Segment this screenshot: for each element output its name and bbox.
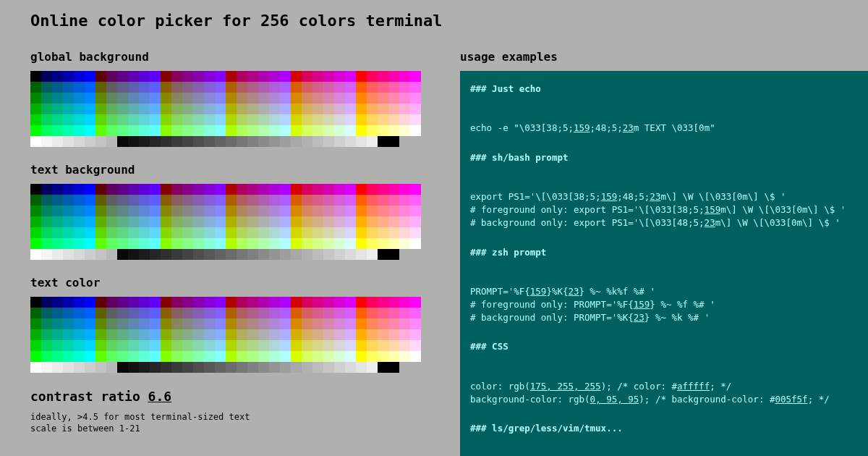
color-swatch[interactable] xyxy=(323,195,334,206)
color-swatch[interactable] xyxy=(182,351,193,362)
color-swatch[interactable] xyxy=(95,216,106,227)
color-swatch[interactable] xyxy=(269,104,280,114)
color-swatch[interactable] xyxy=(74,104,85,114)
color-swatch[interactable] xyxy=(258,329,269,340)
color-swatch[interactable] xyxy=(41,249,52,260)
color-swatch[interactable] xyxy=(247,104,258,114)
color-swatch[interactable] xyxy=(237,71,247,82)
color-swatch[interactable] xyxy=(247,184,258,195)
color-swatch[interactable] xyxy=(280,249,291,260)
color-swatch[interactable] xyxy=(356,351,367,362)
color-swatch[interactable] xyxy=(204,340,215,351)
color-swatch[interactable] xyxy=(52,340,63,351)
color-swatch[interactable] xyxy=(378,227,388,238)
color-swatch[interactable] xyxy=(85,249,95,260)
color-swatch[interactable] xyxy=(117,238,128,249)
color-swatch[interactable] xyxy=(150,340,161,351)
color-swatch[interactable] xyxy=(52,329,63,340)
color-swatch[interactable] xyxy=(356,227,367,238)
color-swatch[interactable] xyxy=(378,71,388,82)
color-swatch[interactable] xyxy=(161,136,171,147)
color-swatch[interactable] xyxy=(74,238,85,249)
color-swatch[interactable] xyxy=(41,227,52,238)
color-swatch[interactable] xyxy=(410,104,421,114)
color-swatch[interactable] xyxy=(399,114,410,125)
color-swatch[interactable] xyxy=(345,195,356,206)
color-swatch[interactable] xyxy=(323,206,334,216)
color-swatch[interactable] xyxy=(323,318,334,329)
color-swatch[interactable] xyxy=(334,329,345,340)
color-swatch[interactable] xyxy=(95,104,106,114)
color-swatch[interactable] xyxy=(280,340,291,351)
color-swatch[interactable] xyxy=(345,249,356,260)
color-swatch[interactable] xyxy=(258,104,269,114)
color-swatch[interactable] xyxy=(95,93,106,104)
color-swatch[interactable] xyxy=(378,297,388,308)
color-swatch[interactable] xyxy=(85,71,95,82)
color-swatch[interactable] xyxy=(128,136,139,147)
color-swatch[interactable] xyxy=(247,318,258,329)
color-swatch[interactable] xyxy=(193,114,204,125)
color-swatch[interactable] xyxy=(106,362,117,373)
color-swatch[interactable] xyxy=(182,114,193,125)
color-swatch[interactable] xyxy=(182,340,193,351)
color-swatch[interactable] xyxy=(247,227,258,238)
color-swatch[interactable] xyxy=(378,238,388,249)
color-swatch[interactable] xyxy=(367,125,378,136)
color-swatch[interactable] xyxy=(150,216,161,227)
color-swatch[interactable] xyxy=(171,184,182,195)
color-swatch[interactable] xyxy=(215,318,226,329)
color-swatch[interactable] xyxy=(323,308,334,318)
color-swatch[interactable] xyxy=(41,71,52,82)
color-swatch[interactable] xyxy=(312,238,323,249)
color-swatch[interactable] xyxy=(410,351,421,362)
color-swatch[interactable] xyxy=(85,297,95,308)
color-swatch[interactable] xyxy=(139,362,150,373)
color-swatch[interactable] xyxy=(30,238,41,249)
color-swatch[interactable] xyxy=(226,104,237,114)
color-swatch[interactable] xyxy=(410,206,421,216)
color-swatch[interactable] xyxy=(63,308,74,318)
color-swatch[interactable] xyxy=(204,216,215,227)
color-swatch[interactable] xyxy=(161,249,171,260)
color-swatch[interactable] xyxy=(150,125,161,136)
color-swatch[interactable] xyxy=(345,216,356,227)
color-swatch[interactable] xyxy=(95,329,106,340)
color-swatch[interactable] xyxy=(323,93,334,104)
color-swatch[interactable] xyxy=(161,93,171,104)
color-swatch[interactable] xyxy=(291,249,302,260)
color-swatch[interactable] xyxy=(41,136,52,147)
color-swatch[interactable] xyxy=(63,238,74,249)
color-swatch[interactable] xyxy=(334,93,345,104)
color-swatch[interactable] xyxy=(95,351,106,362)
color-swatch[interactable] xyxy=(30,82,41,93)
color-swatch[interactable] xyxy=(52,195,63,206)
color-swatch[interactable] xyxy=(106,216,117,227)
color-swatch[interactable] xyxy=(117,71,128,82)
color-swatch[interactable] xyxy=(139,249,150,260)
color-swatch[interactable] xyxy=(63,125,74,136)
color-swatch[interactable] xyxy=(117,308,128,318)
color-swatch[interactable] xyxy=(171,318,182,329)
color-swatch[interactable] xyxy=(410,318,421,329)
color-swatch[interactable] xyxy=(139,82,150,93)
color-swatch[interactable] xyxy=(139,351,150,362)
color-swatch[interactable] xyxy=(258,297,269,308)
color-swatch[interactable] xyxy=(237,136,247,147)
color-swatch[interactable] xyxy=(356,136,367,147)
color-swatch[interactable] xyxy=(204,227,215,238)
color-swatch[interactable] xyxy=(171,71,182,82)
color-swatch[interactable] xyxy=(161,340,171,351)
color-swatch[interactable] xyxy=(334,308,345,318)
color-swatch[interactable] xyxy=(367,184,378,195)
palette-global-background[interactable] xyxy=(30,71,427,147)
color-swatch[interactable] xyxy=(367,329,378,340)
color-swatch[interactable] xyxy=(41,297,52,308)
color-swatch[interactable] xyxy=(74,351,85,362)
color-swatch[interactable] xyxy=(410,114,421,125)
color-swatch[interactable] xyxy=(323,216,334,227)
color-swatch[interactable] xyxy=(291,329,302,340)
color-swatch[interactable] xyxy=(334,82,345,93)
color-swatch[interactable] xyxy=(117,362,128,373)
color-swatch[interactable] xyxy=(291,318,302,329)
